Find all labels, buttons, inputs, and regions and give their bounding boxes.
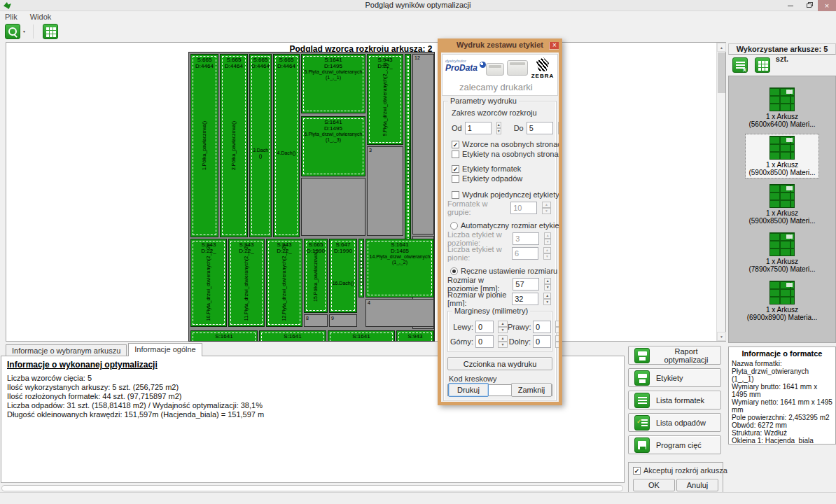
restore-button[interactable] xyxy=(800,0,818,11)
clear-list-icon[interactable] xyxy=(732,57,748,73)
cut-panel[interactable]: S:943D:22_12.Płyta_drzwi_otwieranych(2_,… xyxy=(266,239,302,327)
size-horizontal-spinner[interactable]: ▲▼ xyxy=(544,278,551,290)
checkbox[interactable]: ✓ xyxy=(452,165,459,173)
accept-row[interactable]: ✓ Akceptuj rozkrój arkusza xyxy=(633,465,718,475)
margin-left-input[interactable] xyxy=(475,321,494,333)
cut-panel[interactable]: S:1641D:1495 xyxy=(259,330,326,342)
sheet-list-item[interactable]: 1 x Arkusz(5900x8500) Materi... xyxy=(746,183,818,226)
print-button[interactable]: Drukuj xyxy=(448,383,489,397)
checkbox[interactable] xyxy=(452,150,459,158)
spin-up-icon[interactable]: ▲ xyxy=(544,232,551,239)
range-to-input[interactable] xyxy=(527,122,553,134)
scroll-up-icon[interactable]: ▲ xyxy=(717,43,726,52)
close-dialog-button[interactable]: Zamknij xyxy=(511,383,552,397)
canvas-vertical-scrollbar[interactable]: ▲ ▼ xyxy=(716,43,725,341)
cut-panel[interactable]: S:943D:22_10.Płyta_drzwi_otwieranych(2_,… xyxy=(190,239,227,327)
close-button[interactable]: × xyxy=(818,0,836,11)
checkbox[interactable] xyxy=(452,175,459,183)
tab-general-info[interactable]: Informacje ogólne xyxy=(128,343,202,356)
size-horizontal-input[interactable] xyxy=(513,278,539,290)
spin-up-icon[interactable]: ▲ xyxy=(498,335,508,342)
spin-up-icon[interactable]: ▲ xyxy=(544,278,551,284)
manual-size-radio-row[interactable]: Ręczne ustawienie rozmiaru etykiety xyxy=(450,266,552,276)
cancel-button[interactable]: Anuluj xyxy=(676,479,718,491)
size-vertical-input[interactable] xyxy=(512,293,538,305)
waste-area[interactable]: 12 xyxy=(412,54,434,234)
cut-panel[interactable]: S:665D:44641.Półka_pawlaczowa() xyxy=(190,54,218,237)
sheet-list-item[interactable]: 1 x Arkusz(5600x6400) Materi... xyxy=(746,86,818,130)
cut-panel[interactable]: S:665D:44642.Półka_pawlaczowa() xyxy=(220,54,248,237)
spin-up-icon[interactable]: ▲ xyxy=(555,335,562,342)
checkbox-row[interactable]: ✓Wzorce na osobnych stronach xyxy=(452,139,552,149)
checkbox-row[interactable]: Etykiety odpadów xyxy=(452,174,552,183)
waste-area[interactable]: 9 xyxy=(329,314,357,327)
grid-view-icon[interactable] xyxy=(755,57,770,73)
spin-up-icon[interactable]: ▲ xyxy=(543,293,551,299)
waste-list-button[interactable]: Lista odpadów xyxy=(628,413,721,432)
recalculate-button[interactable] xyxy=(42,23,59,40)
range-from-input[interactable] xyxy=(465,122,492,134)
range-from-spinner[interactable]: ▲▼ xyxy=(496,122,501,134)
cut-panel[interactable]: S:943D:22_ xyxy=(396,330,434,342)
single-label-checkbox-row[interactable]: Wydruk pojedynczej etykiety dla grupy xyxy=(452,190,552,200)
spin-down-icon[interactable]: ▼ xyxy=(543,253,551,260)
menu-widok[interactable]: Widok xyxy=(30,13,52,21)
spin-up-icon[interactable]: ▲ xyxy=(558,122,562,128)
scrollbar-thumb[interactable] xyxy=(718,52,725,93)
size-vertical-spinner[interactable]: ▲▼ xyxy=(543,293,551,305)
cut-panel[interactable]: S:665D:44644.Dach() xyxy=(273,54,300,237)
cut-panel[interactable]: S:647D:199016.Dach() xyxy=(329,239,357,313)
accept-checkbox[interactable]: ✓ xyxy=(633,467,641,475)
checkbox-row[interactable]: Etykiety na osobnych stronach xyxy=(452,149,552,159)
dialog-close-icon[interactable]: × xyxy=(549,41,560,50)
cut-panel[interactable]: S:665D:44643.Dach() xyxy=(249,54,272,237)
sheet-list-item[interactable]: 1 x Arkusz(6900x8900) Materia... xyxy=(744,279,821,323)
dropdown-caret-icon[interactable]: ▼ xyxy=(22,29,26,34)
cutting-sheet[interactable]: 1235489S:665D:44641.Półka_pawlaczowa()S:… xyxy=(188,52,435,342)
spin-down-icon[interactable]: ▼ xyxy=(498,327,508,333)
margin-top-input[interactable] xyxy=(475,335,494,348)
margin-bottom-spinner[interactable]: ▲▼ xyxy=(555,335,562,348)
ok-button[interactable]: OK xyxy=(633,479,675,491)
cut-panel[interactable]: S:1641D:1495 xyxy=(328,330,395,342)
auto-size-radio-row[interactable]: Automatyczny rozmiar etykiety xyxy=(450,220,552,230)
spin-down-icon[interactable]: ▼ xyxy=(558,128,562,134)
range-to-spinner[interactable]: ▲▼ xyxy=(558,122,562,134)
spin-up-icon[interactable]: ▲ xyxy=(496,122,501,128)
spin-up-icon[interactable]: ▲ xyxy=(543,247,551,253)
sheet-list-item[interactable]: 1 x Arkusz(5900x8500) Materi... xyxy=(746,134,818,178)
info-horizontal-scrollbar[interactable] xyxy=(1,485,623,491)
checkbox-row[interactable]: ✓Etykiety formatek xyxy=(452,164,552,174)
report-button[interactable]: Raport optymalizacji xyxy=(628,346,721,365)
checkbox[interactable] xyxy=(452,191,459,199)
spin-down-icon[interactable]: ▼ xyxy=(544,239,551,245)
font-button[interactable]: Czcionka na wydruku xyxy=(447,357,552,370)
tab-selected-sheet[interactable]: Informacje o wybranym arkuszu xyxy=(6,344,127,356)
spin-up-icon[interactable]: ▲ xyxy=(542,202,551,208)
sheet-list-item[interactable]: 1 x Arkusz(7890x7500) Materi... xyxy=(746,231,818,274)
cut-panel[interactable]: S:943D:22_11.Płyta_drzwi_otwieranych(2_,… xyxy=(228,239,265,327)
waste-area[interactable] xyxy=(301,178,365,236)
zoom-tool-button[interactable]: ▼ xyxy=(4,23,29,40)
spin-down-icon[interactable]: ▼ xyxy=(498,342,508,348)
waste-area[interactable]: 8 xyxy=(304,314,328,327)
minimize-button[interactable] xyxy=(781,0,800,11)
spin-down-icon[interactable]: ▼ xyxy=(496,128,501,134)
cut-panel[interactable]: S:1641D:1495 xyxy=(190,330,258,342)
spin-down-icon[interactable]: ▼ xyxy=(555,342,562,348)
cut-panel[interactable]: S:1641D:148514.Płyta_drzwi_otwieranych(1… xyxy=(365,239,434,298)
margin-left-spinner[interactable]: ▲▼ xyxy=(498,321,508,333)
margin-right-spinner[interactable]: ▲▼ xyxy=(555,321,562,333)
spin-down-icon[interactable]: ▼ xyxy=(543,299,551,305)
cut-panel[interactable]: S:1641D:14955.Płyta_drzwi_otwieranych(1_… xyxy=(301,54,365,113)
margin-right-input[interactable] xyxy=(533,321,551,333)
cut-panel[interactable]: 19.S(f)D 1990x103 xyxy=(358,239,364,298)
spin-up-icon[interactable]: ▲ xyxy=(498,321,508,327)
spin-up-icon[interactable]: ▲ xyxy=(555,321,562,327)
spin-down-icon[interactable]: ▼ xyxy=(544,284,551,290)
scroll-down-icon[interactable]: ▼ xyxy=(717,332,726,341)
cut-panel[interactable]: S:1641D:14956.Płyta_drzwi_otwieranych(1_… xyxy=(301,116,365,176)
parts-list-button[interactable]: Lista formatek xyxy=(628,391,721,410)
menu-plik[interactable]: Plik xyxy=(5,13,18,21)
waste-area[interactable]: 3 xyxy=(367,146,403,236)
